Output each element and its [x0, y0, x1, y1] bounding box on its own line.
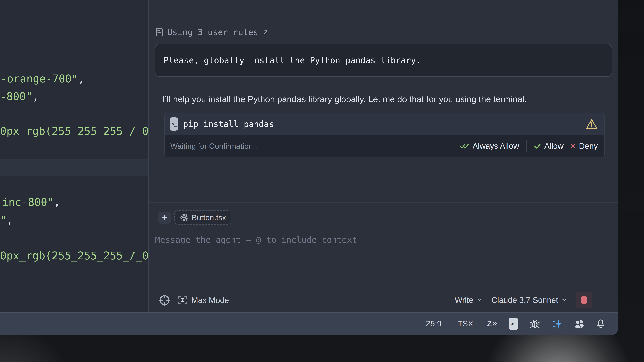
notifications-bell-icon[interactable]	[591, 318, 605, 329]
rules-doc-icon	[156, 28, 163, 37]
context-chip-button-tsx[interactable]: Button.tsx	[174, 211, 231, 225]
external-link-arrow-icon	[263, 29, 268, 35]
mode-label: Write	[455, 296, 473, 305]
terminal-panel-icon[interactable]: >_	[503, 318, 524, 330]
allow-label: Allow	[544, 141, 564, 151]
terminal-command-text: pip install pandas	[183, 119, 274, 129]
current-line-highlight	[0, 159, 148, 176]
code-line: 0px_rgb(255_255_255_/_0	[0, 126, 148, 136]
crosshair-icon[interactable]	[158, 294, 170, 306]
check-icon	[534, 143, 541, 149]
button-divider	[526, 140, 527, 152]
x-icon	[570, 143, 576, 149]
warning-icon	[586, 118, 598, 130]
deny-label: Deny	[579, 141, 598, 151]
double-check-icon	[460, 143, 469, 149]
mode-dropdown[interactable]: Write	[455, 296, 482, 305]
terminal-icon: >_	[170, 117, 178, 131]
chevron-down-icon	[562, 298, 567, 302]
terminal-command-row[interactable]: >_ pip install pandas	[165, 113, 604, 135]
max-mode-toggle[interactable]: Z Max Mode	[177, 295, 229, 306]
max-mode-icon: Z	[177, 295, 188, 306]
composer-right-controls: Write Claude 3.7 Sonnet	[455, 292, 592, 308]
confirmation-row: Waiting for Confirmation.. Always Allow	[165, 135, 604, 157]
model-dropdown[interactable]: Claude 3.7 Sonnet	[492, 296, 567, 305]
code-editor-pane[interactable]: -orange-700", -800", 0px_rgb(255_255_255…	[0, 0, 148, 312]
rules-label: Using 3 user rules	[167, 27, 258, 37]
confirmation-actions: Always Allow Allow	[460, 140, 598, 152]
code-line: -800",	[0, 91, 39, 102]
code-line: -orange-700",	[0, 73, 84, 84]
code-line: inc-800",	[2, 197, 60, 208]
model-label: Claude 3.7 Sonnet	[492, 296, 558, 305]
accounts-people-icon[interactable]	[568, 319, 591, 329]
desktop-background: -orange-700", -800", 0px_rgb(255_255_255…	[0, 0, 644, 362]
assistant-message-text: I’ll help you install the Python pandas …	[162, 94, 605, 104]
code-line: 0px_rgb(255_255_255_/_0	[0, 250, 148, 261]
ai-sparkle-icon[interactable]	[546, 318, 568, 329]
add-context-button[interactable]: +	[158, 212, 170, 224]
code-line: ",	[0, 215, 13, 225]
stop-icon	[581, 297, 587, 304]
always-allow-button[interactable]: Always Allow	[460, 141, 519, 151]
stop-generation-button[interactable]	[576, 292, 592, 308]
agent-chat-panel: Using 3 user rules Please, globally inst…	[149, 0, 618, 312]
deny-button[interactable]: Deny	[570, 141, 598, 151]
max-mode-label: Max Mode	[191, 296, 229, 305]
composer-placeholder[interactable]: Message the agent — @ to include context	[155, 235, 357, 245]
react-icon	[180, 213, 189, 222]
terminal-tool-call: >_ pip install pandas Waiting for Confir…	[164, 113, 605, 157]
cursor-position-indicator[interactable]: 25:9	[418, 319, 450, 328]
chevron-down-icon	[477, 298, 482, 302]
debug-bug-icon[interactable]	[524, 318, 546, 329]
svg-text:Z: Z	[181, 297, 184, 304]
status-bar-right: 25:9 TSX Z >_	[418, 318, 618, 330]
composer-left-controls: Z Max Mode	[158, 293, 229, 307]
zen-feedback-icon[interactable]: Z	[481, 319, 503, 328]
user-rules-row[interactable]: Using 3 user rules	[156, 27, 268, 37]
ide-window: -orange-700", -800", 0px_rgb(255_255_255…	[0, 0, 618, 335]
composer-top-border	[149, 202, 618, 203]
user-message-text: Please, globally install the Python pand…	[164, 55, 421, 65]
language-mode-indicator[interactable]: TSX	[450, 319, 481, 328]
context-chip-label: Button.tsx	[192, 213, 226, 222]
user-message-bubble[interactable]: Please, globally install the Python pand…	[155, 44, 612, 77]
always-allow-label: Always Allow	[472, 141, 519, 151]
allow-button[interactable]: Allow	[534, 141, 564, 151]
status-bar: 25:9 TSX Z >_	[0, 312, 618, 335]
waiting-status-text: Waiting for Confirmation..	[170, 142, 257, 151]
